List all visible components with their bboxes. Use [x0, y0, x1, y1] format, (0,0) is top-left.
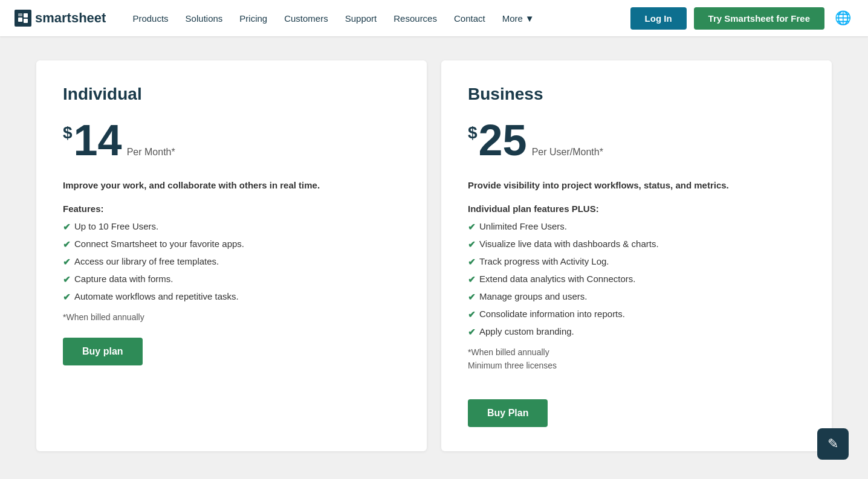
chat-icon: ✎ — [828, 436, 838, 452]
navbar: smartsheet Products Solutions Pricing Cu… — [0, 0, 868, 36]
individual-buy-button[interactable]: Buy plan — [63, 338, 143, 365]
business-billing-note: *When billed annually — [468, 347, 805, 357]
individual-price-number: 14 — [74, 118, 122, 162]
check-icon: ✔ — [63, 222, 71, 233]
check-icon: ✔ — [63, 292, 71, 303]
svg-rect-3 — [18, 13, 22, 16]
business-features-label: Individual plan features PLUS: — [468, 204, 805, 214]
try-free-button[interactable]: Try Smartsheet for Free — [694, 7, 824, 30]
list-item: ✔ Apply custom branding. — [468, 326, 805, 338]
check-icon: ✔ — [468, 327, 476, 338]
business-buy-button[interactable]: Buy Plan — [468, 399, 548, 427]
svg-rect-1 — [24, 13, 28, 18]
chat-button[interactable]: ✎ — [817, 428, 849, 460]
list-item: ✔ Automate workflows and repetitive task… — [63, 291, 400, 303]
nav-more[interactable]: More ▼ — [495, 8, 542, 28]
list-item: ✔ Track progress with Activity Log. — [468, 256, 805, 268]
list-item: ✔ Unlimited Free Users. — [468, 221, 805, 233]
individual-price-symbol: $ — [63, 123, 73, 143]
logo-text: smartsheet — [35, 10, 106, 26]
check-icon: ✔ — [63, 257, 71, 268]
individual-price-period: Per Month* — [127, 147, 175, 158]
language-button[interactable]: 🌐 — [832, 7, 853, 29]
logo[interactable]: smartsheet — [15, 10, 106, 27]
globe-icon: 🌐 — [835, 10, 851, 26]
logo-icon — [15, 10, 31, 27]
individual-features-list: ✔ Up to 10 Free Users. ✔ Connect Smartsh… — [63, 221, 400, 303]
nav-links: Products Solutions Pricing Customers Sup… — [125, 8, 630, 28]
list-item: ✔ Access our library of free templates. — [63, 256, 400, 268]
chevron-down-icon: ▼ — [525, 13, 534, 24]
nav-customers[interactable]: Customers — [277, 8, 335, 28]
list-item: ✔ Connect Smartsheet to your favorite ap… — [63, 239, 400, 250]
business-features-list: ✔ Unlimited Free Users. ✔ Visualize live… — [468, 221, 805, 338]
page-content: Individual $ 14 Per Month* Improve your … — [0, 36, 868, 479]
login-button[interactable]: Log In — [630, 7, 687, 30]
check-icon: ✔ — [63, 239, 71, 250]
check-icon: ✔ — [468, 309, 476, 320]
business-price-symbol: $ — [468, 123, 478, 143]
check-icon: ✔ — [468, 239, 476, 250]
nav-pricing[interactable]: Pricing — [232, 8, 274, 28]
list-item: ✔ Up to 10 Free Users. — [63, 221, 400, 233]
business-plan-card: Business $ 25 Per User/Month* Provide vi… — [441, 60, 832, 451]
nav-support[interactable]: Support — [338, 8, 384, 28]
business-min-licenses: Minimum three licenses — [468, 361, 805, 370]
list-item: ✔ Capture data with forms. — [63, 274, 400, 285]
list-item: ✔ Visualize live data with dashboards & … — [468, 239, 805, 250]
nav-products[interactable]: Products — [125, 8, 175, 28]
business-price-number: 25 — [479, 118, 527, 162]
nav-resources[interactable]: Resources — [386, 8, 444, 28]
individual-price-row: $ 14 Per Month* — [63, 118, 400, 162]
individual-plan-card: Individual $ 14 Per Month* Improve your … — [36, 60, 427, 451]
list-item: ✔ Extend data analytics with Connectors. — [468, 274, 805, 285]
individual-features-label: Features: — [63, 204, 400, 214]
nav-solutions[interactable]: Solutions — [178, 8, 230, 28]
business-price-row: $ 25 Per User/Month* — [468, 118, 805, 162]
business-plan-title: Business — [468, 85, 805, 104]
list-item: ✔ Manage groups and users. — [468, 291, 805, 303]
nav-actions: Log In Try Smartsheet for Free 🌐 — [630, 7, 853, 30]
check-icon: ✔ — [63, 274, 71, 285]
list-item: ✔ Consolidate information into reports. — [468, 309, 805, 320]
individual-description: Improve your work, and collaborate with … — [63, 179, 400, 193]
business-description: Provide visibility into project workflow… — [468, 179, 805, 193]
check-icon: ✔ — [468, 292, 476, 303]
business-price-period: Per User/Month* — [532, 147, 603, 158]
svg-rect-2 — [24, 19, 28, 23]
pricing-grid: Individual $ 14 Per Month* Improve your … — [36, 60, 832, 451]
nav-contact[interactable]: Contact — [447, 8, 493, 28]
check-icon: ✔ — [468, 257, 476, 268]
individual-plan-title: Individual — [63, 85, 400, 104]
check-icon: ✔ — [468, 274, 476, 285]
individual-billing-note: *When billed annually — [63, 312, 400, 322]
check-icon: ✔ — [468, 222, 476, 233]
svg-rect-0 — [18, 18, 22, 22]
